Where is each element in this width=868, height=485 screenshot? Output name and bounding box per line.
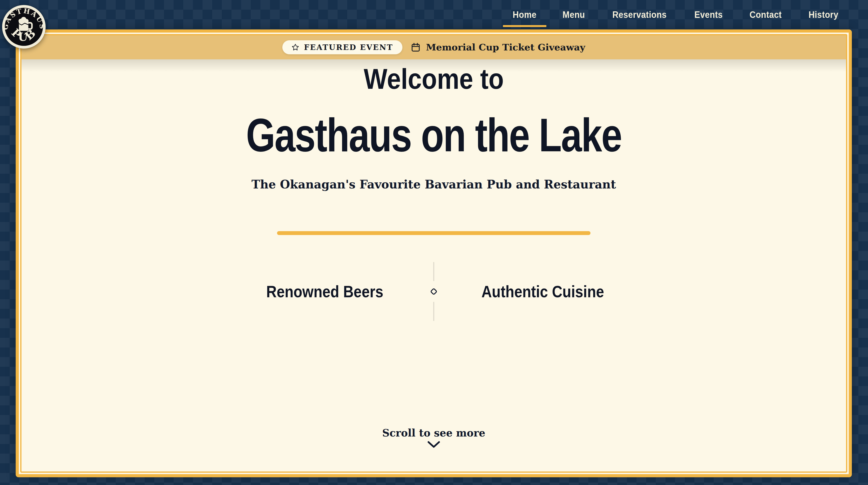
- nav-item-events[interactable]: Events: [694, 10, 723, 19]
- nav-item-label: History: [808, 10, 838, 20]
- page-title: Gasthaus on the Lake: [104, 112, 764, 159]
- nav-item-history[interactable]: History: [808, 10, 838, 19]
- nav-item-reservations[interactable]: Reservations: [613, 10, 667, 19]
- nav-item-label: Events: [694, 10, 723, 20]
- top-nav: Home Menu Reservations Events Contact Hi…: [0, 0, 868, 29]
- site-logo[interactable]: GASTHAUS PUB: [1, 4, 46, 49]
- nav-item-label: Reservations: [613, 10, 667, 20]
- gasthaus-pub-badge-icon: GASTHAUS PUB: [1, 4, 46, 49]
- page-subtitle: The Okanagan's Favourite Bavarian Pub an…: [22, 178, 846, 192]
- content-frame: FEATURED EVENT Memorial Cup Ticket Givea…: [16, 29, 852, 477]
- nav-item-label: Contact: [749, 10, 781, 20]
- featured-event-title: Memorial Cup Ticket Giveaway: [426, 43, 585, 52]
- active-tab-indicator: [503, 25, 546, 27]
- nav-item-label: Menu: [562, 10, 585, 20]
- featured-event-banner: FEATURED EVENT Memorial Cup Ticket Givea…: [22, 35, 846, 59]
- star-icon: [291, 44, 299, 51]
- feature-row: Renowned Beers Authentic Cuisine: [22, 262, 846, 321]
- divider-line-bottom: [433, 302, 434, 321]
- welcome-heading: Welcome to: [71, 65, 797, 93]
- content-frame-inner: FEATURED EVENT Memorial Cup Ticket Givea…: [20, 34, 847, 473]
- feature-authentic-cuisine: Authentic Cuisine: [452, 283, 634, 300]
- divider-line-top: [433, 262, 434, 281]
- calendar-icon: [411, 42, 421, 52]
- gold-divider: [277, 231, 590, 235]
- featured-event-pill-label: FEATURED EVENT: [304, 44, 393, 51]
- featured-event-pill[interactable]: FEATURED EVENT: [282, 40, 402, 54]
- nav-item-menu[interactable]: Menu: [562, 10, 585, 19]
- scroll-hint-label: Scroll to see more: [22, 428, 846, 438]
- scroll-indicator: Scroll to see more: [22, 428, 846, 448]
- nav-item-label: Home: [513, 10, 536, 20]
- page-background: Home Menu Reservations Events Contact Hi…: [0, 0, 868, 485]
- nav-item-contact[interactable]: Contact: [749, 10, 781, 19]
- chevron-down-icon: [426, 440, 441, 448]
- diamond-icon: [429, 287, 439, 295]
- featured-event-link[interactable]: Memorial Cup Ticket Giveaway: [411, 42, 585, 52]
- feature-renowned-beers: Renowned Beers: [234, 283, 416, 300]
- feature-divider: [429, 262, 439, 321]
- nav-item-home[interactable]: Home: [513, 10, 536, 19]
